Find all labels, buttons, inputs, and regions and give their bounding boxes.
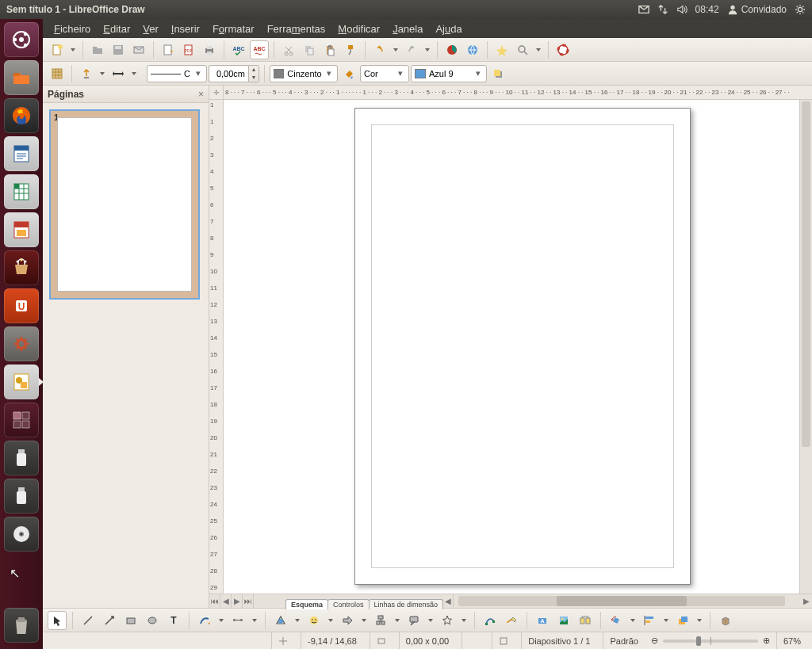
arrange-tool[interactable]	[673, 611, 692, 630]
flowchart-tool[interactable]	[371, 611, 390, 630]
zoom-in[interactable]: ⊕	[763, 636, 770, 646]
menu-editar[interactable]: Editar	[97, 21, 136, 37]
chart-button[interactable]	[442, 40, 462, 59]
pages-panel-close[interactable]: ×	[198, 89, 204, 100]
align-tool[interactable]	[640, 611, 659, 630]
stars-dropdown[interactable]	[459, 611, 469, 630]
menu-formatar[interactable]: Formatar	[206, 21, 261, 37]
line-tool[interactable]	[79, 611, 98, 630]
callouts-dropdown[interactable]	[426, 611, 435, 630]
curve-tool[interactable]	[195, 611, 214, 630]
area-fill-button[interactable]	[339, 64, 358, 83]
save-button[interactable]	[109, 40, 128, 59]
launcher-disc[interactable]	[4, 517, 39, 552]
system-gear-icon[interactable]	[795, 4, 806, 15]
menu-ferramentas[interactable]: Ferramentas	[261, 21, 332, 37]
line-endings-button[interactable]	[109, 64, 128, 83]
format-paintbrush-button[interactable]	[341, 40, 360, 59]
connector-tool[interactable]	[228, 611, 247, 630]
horizontal-ruler[interactable]: ✛ 8 · · · 7 · · · 6 · · · 5 · · · 4 · · …	[209, 86, 812, 100]
menu-janela[interactable]: Janela	[386, 21, 429, 37]
zoom-value[interactable]: 67%	[776, 632, 807, 649]
redo-button[interactable]	[402, 40, 421, 59]
hscroll-left[interactable]: ◀	[442, 594, 454, 608]
symbol-shapes-dropdown[interactable]	[326, 611, 335, 630]
zoom-slider[interactable]	[663, 639, 758, 643]
line-width-spinner[interactable]: ▲▼	[209, 65, 259, 82]
rotate-tool[interactable]	[607, 611, 626, 630]
connector-dropdown[interactable]	[250, 611, 259, 630]
symbol-shapes-tool[interactable]	[304, 611, 324, 630]
redo-dropdown[interactable]	[423, 40, 432, 59]
basic-shapes-tool[interactable]	[271, 611, 290, 630]
tab-nav-prev[interactable]: ◀	[220, 594, 232, 608]
launcher-writer[interactable]	[4, 136, 39, 171]
menu-ajuda[interactable]: Ajuda	[429, 21, 468, 37]
mail-indicator[interactable]	[638, 4, 649, 15]
user-menu[interactable]: Convidado	[727, 4, 787, 15]
fill-mode-combo[interactable]: Cor ▾	[360, 65, 409, 82]
fill-color-combo[interactable]: Azul 9 ▾	[411, 65, 487, 82]
callouts-tool[interactable]	[404, 611, 423, 630]
help-button[interactable]	[553, 40, 573, 59]
hscroll-right[interactable]: ▶	[801, 594, 812, 608]
paste-button[interactable]	[320, 40, 339, 59]
launcher-settings[interactable]	[4, 326, 39, 361]
spellcheck-button[interactable]: ABC	[229, 40, 248, 59]
gluepoints-tool[interactable]	[502, 611, 521, 630]
launcher-workspace[interactable]	[4, 403, 39, 437]
zoom-out[interactable]: ⊖	[651, 636, 658, 646]
launcher-usb-2[interactable]	[4, 479, 39, 513]
vertical-scrollbar[interactable]	[799, 100, 812, 594]
status-style[interactable]: Padrão	[603, 632, 644, 649]
launcher-firefox[interactable]	[4, 98, 39, 133]
horizontal-scrollbar[interactable]	[458, 596, 785, 606]
menu-inserir[interactable]: Inserir	[165, 21, 206, 37]
undo-button[interactable]	[370, 40, 389, 59]
points-tool[interactable]	[481, 611, 500, 630]
extrusion-tool[interactable]	[716, 611, 735, 630]
menu-ver[interactable]: Ver	[136, 21, 165, 37]
clock[interactable]: 08:42	[695, 4, 719, 15]
rectangle-tool[interactable]	[121, 611, 140, 630]
rotate-dropdown[interactable]	[628, 611, 638, 630]
shadow-button[interactable]	[488, 64, 508, 83]
open-button[interactable]	[88, 40, 107, 59]
undo-dropdown[interactable]	[391, 40, 400, 59]
line-arrow-tool[interactable]	[100, 611, 119, 630]
text-tool[interactable]: T	[164, 611, 183, 630]
launcher-usb-1[interactable]	[4, 441, 39, 475]
page-thumb-1[interactable]: 1	[49, 109, 200, 300]
fontwork-tool[interactable]: A	[533, 611, 552, 630]
block-arrows-dropdown[interactable]	[359, 611, 369, 630]
drawing-canvas[interactable]	[224, 100, 799, 594]
tab-nav-last[interactable]: ⏭	[243, 594, 254, 608]
pages-list[interactable]: 1	[43, 103, 209, 608]
show-grid-button[interactable]	[48, 64, 67, 83]
curve-dropdown[interactable]	[216, 611, 226, 630]
email-button[interactable]	[129, 40, 148, 59]
tab-nav-first[interactable]: ⏮	[209, 594, 220, 608]
arrow-style-button[interactable]	[77, 64, 96, 83]
launcher-ubuntu-one[interactable]: U	[4, 288, 39, 323]
align-dropdown[interactable]	[661, 611, 671, 630]
launcher-software-center[interactable]	[4, 250, 39, 285]
launcher-draw-active[interactable]	[4, 365, 39, 399]
new-dropdown[interactable]	[68, 40, 78, 59]
cut-button[interactable]	[279, 40, 298, 59]
print-button[interactable]	[200, 40, 219, 59]
layer-tab-esquema[interactable]: Esquema	[285, 599, 328, 609]
block-arrows-tool[interactable]	[338, 611, 357, 630]
zoom-button[interactable]	[513, 40, 532, 59]
layer-tab-controlos[interactable]: Controlos	[327, 599, 370, 609]
zoom-dropdown[interactable]	[534, 40, 543, 59]
line-style-combo[interactable]: C ▾	[147, 65, 207, 82]
sound-indicator[interactable]	[676, 4, 688, 15]
copy-button[interactable]	[300, 40, 319, 59]
launcher-calc[interactable]	[4, 174, 39, 209]
status-signature[interactable]	[492, 632, 515, 649]
basic-shapes-dropdown[interactable]	[293, 611, 302, 630]
launcher-impress[interactable]	[4, 212, 39, 247]
navigator-button[interactable]	[492, 40, 511, 59]
tab-nav-next[interactable]: ▶	[232, 594, 243, 608]
